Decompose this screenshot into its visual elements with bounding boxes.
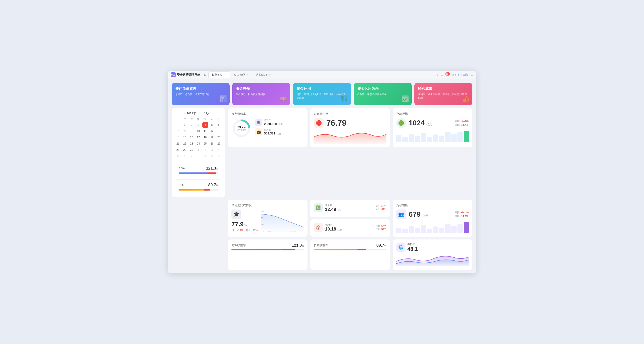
svg-text:3%: 3% [261, 210, 264, 212]
roe-progress-orange [178, 189, 204, 191]
top-card-fund-effect[interactable]: 资金运用效果 收益率、净息差等相关指标 📈 [354, 83, 412, 105]
cal-day[interactable]: 3 [196, 122, 201, 128]
cal-day[interactable]: 25 [202, 141, 208, 147]
next-month[interactable]: › [212, 112, 212, 115]
cal-day[interactable]: 8 [182, 128, 188, 134]
cal-day[interactable]: 28 [175, 147, 181, 153]
donut-chart: 23.7% 资产负债率 [232, 118, 252, 138]
cal-day[interactable]: 23 [188, 141, 194, 147]
cal-day[interactable]: 14 [175, 135, 181, 140]
menu-icon[interactable]: ≡ [437, 73, 438, 76]
cal-day[interactable]: 8 [196, 153, 201, 159]
prev-month[interactable]: ‹ [202, 112, 202, 115]
title-bar: 018 资金运营管理系统 ⚙ 领导首页 × 财务管理 × 利润分析 × ≡ ⊞ … [168, 71, 476, 79]
cal-day[interactable]: 10 [209, 153, 215, 159]
cal-day[interactable]: 9 [202, 153, 208, 159]
grid-icon[interactable]: ⊞ [441, 73, 443, 76]
cal-day[interactable]: 7 [188, 153, 194, 159]
cal-day[interactable]: 6 [216, 122, 222, 128]
loan-yield-label: 贷款收益率 [314, 243, 328, 247]
logout-icon[interactable]: ⏻ [470, 73, 473, 76]
cal-day[interactable]: 30 [188, 147, 194, 153]
cal-day-today[interactable]: 4 [202, 122, 208, 128]
cal-day[interactable]: 11 [216, 153, 222, 159]
fund-concentration-card: 资金集中度 🔴 76.79 [310, 108, 390, 147]
total-liabilities-icon: 💼 [255, 128, 262, 135]
total-assets-info: 总资产 2930.990 亿元 [264, 119, 283, 126]
cal-day[interactable]: 16 [188, 135, 194, 140]
tab-finance[interactable]: 财务管理 × [231, 72, 252, 78]
top-card-fund-effect-desc: 收益率、净息差等相关指标 [357, 93, 408, 96]
prev-year[interactable]: ‹ [184, 112, 185, 115]
cal-day[interactable]: 22 [182, 141, 188, 147]
cal-day[interactable]: 24 [196, 141, 201, 147]
ib-yield-value: 121.3% [292, 243, 304, 248]
cal-day[interactable]: 9 [188, 128, 194, 134]
loan-compare: 同比 +24.3% 环比 -14.7% [455, 211, 469, 218]
donut-center: 23.7% 资产负债率 [237, 125, 246, 131]
cal-day[interactable]: 17 [196, 135, 201, 140]
nim-icon: 💹 [314, 203, 323, 212]
cal-day[interactable]: 2 [202, 147, 208, 153]
loan-icon: 👥 [396, 210, 406, 219]
settings-icon[interactable]: ⚙ [204, 73, 207, 77]
cal-day[interactable]: 29 [182, 147, 188, 153]
tab-close-profit[interactable]: × [268, 73, 272, 76]
deposit-scale-title: 存款规模 [396, 112, 469, 116]
net-profit-stats: 同比 ↑24% 环比 ↑18% [232, 229, 258, 232]
cal-day[interactable] [175, 122, 181, 128]
top-card-fund-source[interactable]: 资金来源 吸收存款、同业拆入等指标 💴 [232, 83, 290, 105]
cal-day[interactable]: 5 [209, 122, 215, 128]
cal-day[interactable]: 27 [216, 141, 222, 147]
browser-window: 018 资金运营管理系统 ⚙ 领导首页 × 财务管理 × 利润分析 × ≡ ⊞ … [168, 71, 476, 273]
cal-day[interactable]: 21 [175, 141, 181, 147]
tab-close-home[interactable]: × [224, 73, 227, 76]
loan-scale-card: 贷款规模 👥 679 亿元 同比 +24.3% 环比 - [393, 200, 472, 237]
loan-yield-card: 贷款收益率 89.7% [310, 239, 390, 270]
cal-day[interactable]: 13 [216, 128, 222, 134]
active-indicator [196, 105, 205, 105]
cal-day[interactable]: 18 [202, 135, 208, 140]
cal-day[interactable]: 26 [209, 141, 215, 147]
cal-day[interactable]: 5 [175, 153, 181, 159]
deposit-scale-card: 存款规模 🟢 1024 亿元 同比 +24.3% 环比 [393, 108, 472, 147]
cal-day[interactable]: 15 [182, 135, 188, 140]
row2: 净利润完成情况 🎓 77.9% 同比 ↑24% 环比 ↑18% [172, 200, 472, 237]
app-logo: 018 资金运营管理系统 [171, 72, 200, 77]
user-label[interactable]: 欢迎！王大海 [452, 73, 468, 77]
asset-liability-title: 资产负债率 [232, 112, 304, 116]
ltd-icon: 🌐 [396, 243, 405, 252]
total-liabilities-row: 💼 总负债 554.381 亿元 [255, 128, 304, 135]
tab-home[interactable]: 领导首页 × [208, 72, 230, 78]
top-card-fund-use[interactable]: 资金运用 贷款、贴现、同业拆出、存放同业、金融投资等指标 💱 [293, 83, 351, 105]
tab-close-finance[interactable]: × [246, 73, 249, 76]
fund-concentration-chart [314, 130, 386, 144]
cal-day[interactable]: 20 [216, 135, 222, 140]
cal-day[interactable]: 12 [209, 128, 215, 134]
cal-day[interactable]: 11 [202, 128, 208, 134]
cal-day[interactable]: 2 [188, 122, 194, 128]
next-year[interactable]: › [197, 112, 198, 115]
cal-day[interactable]: 1 [182, 122, 188, 128]
cal-day[interactable]: 1 [196, 147, 201, 153]
total-assets-unit: 亿元 [278, 123, 283, 126]
nim-value: 12.49 [325, 207, 336, 212]
top-card-asset-icon: 📊 [219, 95, 227, 103]
roe-label: ROE [178, 183, 185, 187]
loan-deposit-ratio-card: 🌐 存贷比 48.1 [393, 239, 472, 270]
cal-day[interactable]: 4 [216, 147, 222, 153]
svg-text:2%: 2% [261, 217, 264, 219]
ib-yield-label: 同业收益率 [232, 243, 246, 247]
top-card-asset[interactable]: 资产负债管理 总资产、总负债、净资产等指标 📊 [172, 83, 230, 105]
cal-day[interactable]: 19 [209, 135, 215, 140]
cal-day[interactable]: 7 [175, 128, 181, 134]
cal-day[interactable]: 6 [182, 153, 188, 159]
tab-profit[interactable]: 利润分析 × [253, 72, 275, 78]
loan-yield-value: 89.7% [376, 243, 386, 248]
nis-compare: 同比 ↑24% 环比 ↑18% [376, 224, 386, 230]
notification-icon[interactable]: 🔔 10+ [446, 73, 449, 76]
cal-day[interactable]: 10 [196, 128, 201, 134]
top-card-result[interactable]: 经营成果 净利润、资金集中度、账户数、账户监控率等指标 👍 [414, 83, 472, 105]
cal-day[interactable]: 3 [209, 147, 215, 153]
ltd-value: 48.1 [408, 246, 418, 252]
